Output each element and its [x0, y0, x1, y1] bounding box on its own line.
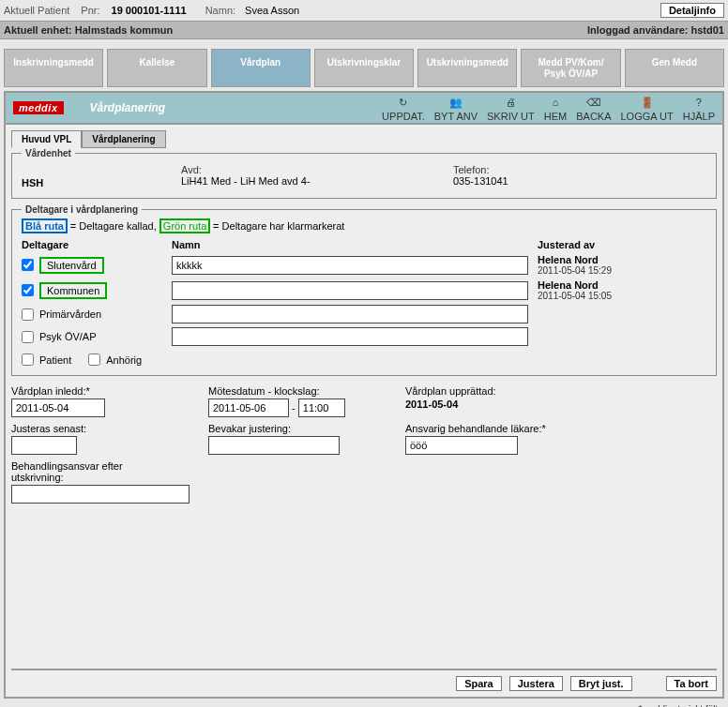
avd-label: Avd:	[181, 164, 453, 175]
main-navigation: InskrivningsmeddKallelseVårdplanUtskrivn…	[0, 39, 728, 91]
telefon-value: 035-131041	[453, 175, 508, 187]
toolbar-skrivut[interactable]: 🖨SKRIV UT	[487, 94, 535, 122]
backa-icon: ⌫	[585, 94, 602, 111]
skrivut-icon: 🖨	[502, 94, 519, 111]
loggaut-icon: 🚪	[639, 94, 656, 111]
deltagare-checkbox-2[interactable]	[22, 308, 34, 321]
vardenhet-fieldset: Vårdenhet HSH Avd: LiH41 Med - LiH Med a…	[11, 148, 717, 199]
inledd-label: Vårdplan inledd:*	[11, 385, 180, 397]
upprattad-value: 2011-05-04	[405, 399, 458, 410]
toolbar: ↻UPPDAT.👥BYT ANV🖨SKRIV UT⌂HEM⌫BACKA🚪LOGG…	[382, 94, 715, 122]
deltagare-namn-input-1[interactable]	[172, 281, 528, 300]
hsh-label: HSH	[22, 177, 43, 188]
deltagare-namn-input-3[interactable]	[172, 327, 528, 346]
pnr-label: Pnr:	[81, 5, 99, 16]
logged-in-user: Inloggad användare: hstd01	[587, 24, 724, 36]
deltagare-checkbox-3[interactable]	[22, 331, 34, 343]
deltagare-namn-input-0[interactable]	[172, 256, 528, 275]
behandling-input[interactable]	[11, 485, 190, 504]
ansvarig-input[interactable]	[405, 436, 518, 455]
motesdatum-time-input[interactable]	[298, 399, 345, 417]
motesdatum-date-input[interactable]	[208, 399, 289, 417]
toolbar-bytanv[interactable]: 👥BYT ANV	[434, 94, 478, 122]
toolbar-hjlp[interactable]: ?HJÄLP	[683, 94, 715, 122]
deltagare-tag-1: Kommunen	[39, 282, 107, 299]
uppdat-icon: ↻	[395, 94, 412, 111]
col-namn: Namn	[172, 239, 528, 250]
aktuell-enhet: Aktuell enhet: Halmstads kommun	[4, 24, 173, 36]
blue-box-tag: Blå ruta	[22, 218, 68, 233]
justerad-av-time-0: 2011-05-04 15:29	[538, 265, 706, 276]
namn-value: Svea Asson	[245, 5, 299, 16]
namn-label: Namn:	[205, 5, 235, 16]
hjlp-icon: ?	[690, 94, 707, 111]
justeras-input[interactable]	[11, 436, 77, 455]
patient-checkbox[interactable]	[22, 354, 34, 366]
justera-button[interactable]: Justera	[509, 676, 563, 691]
inner-tab-0[interactable]: Huvud VPL	[11, 130, 82, 148]
inner-tab-1[interactable]: Vårdplanering	[82, 130, 165, 148]
meddix-logo: meddix	[13, 101, 64, 114]
patient-label: Patient	[39, 354, 71, 366]
deltagare-row-0: Slutenvård	[22, 257, 162, 274]
deltagare-tag-0: Slutenvård	[39, 257, 104, 274]
deltagare-legend: Deltagare i vårdplanering	[22, 204, 142, 215]
nav-tab-6[interactable]: Gen Medd	[625, 49, 724, 87]
blue-bar: meddix Vårdplanering ↻UPPDAT.👥BYT ANV🖨SK…	[4, 91, 724, 123]
motesdatum-label: Mötesdatum - klockslag:	[208, 385, 377, 397]
vardenhet-legend: Vårdenhet	[22, 148, 75, 158]
inledd-input[interactable]	[11, 399, 105, 417]
nav-tab-1[interactable]: Kallelse	[107, 49, 206, 87]
behandling-label: Behandlingsansvar efter utskrivning:	[11, 460, 171, 483]
justerad-av-time-1: 2011-05-04 15:05	[538, 291, 706, 301]
bevakar-input[interactable]	[208, 436, 340, 455]
bytanv-icon: 👥	[447, 94, 464, 111]
spara-button[interactable]: Spara	[456, 676, 502, 691]
anhorig-checkbox[interactable]	[88, 354, 100, 366]
deltagare-row-3: Psyk ÖV/AP	[22, 331, 162, 343]
footer-buttons: Spara Justera Bryt just. Ta bort	[11, 669, 717, 691]
anhorig-label: Anhörig	[106, 354, 142, 366]
justerad-av-name-0: Helena Nord	[538, 254, 706, 265]
deltagare-tag-3: Psyk ÖV/AP	[39, 331, 97, 342]
nav-tab-4[interactable]: Utskrivningsmedd	[417, 49, 517, 87]
toolbar-uppdat[interactable]: ↻UPPDAT.	[382, 94, 425, 122]
nav-tab-3[interactable]: Utskrivningsklar	[314, 49, 414, 87]
unit-row: Aktuell enhet: Halmstads kommun Inloggad…	[0, 21, 728, 39]
hem-icon: ⌂	[547, 94, 564, 111]
bluebar-title: Vårdplanering	[90, 101, 166, 114]
patient-header: Aktuell Patient Pnr: 19 000101-1111 Namn…	[0, 0, 728, 21]
upprattad-label: Vårdplan upprättad:	[405, 385, 574, 397]
justerad-av-name-1: Helena Nord	[538, 279, 706, 291]
obligatorisk-note: * = obligatoriskt fält.	[0, 702, 728, 707]
nav-tab-2[interactable]: Vårdplan	[211, 49, 311, 87]
detaljinfo-button[interactable]: Detaljinfo	[660, 3, 724, 18]
color-legend: Blå ruta = Deltagare kallad, Grön ruta =…	[22, 220, 706, 232]
bevakar-label: Bevakar justering:	[208, 423, 377, 434]
bryt-justering-button[interactable]: Bryt just.	[570, 676, 632, 691]
toolbar-hem[interactable]: ⌂HEM	[544, 94, 567, 122]
nav-tab-0[interactable]: Inskrivningsmedd	[4, 49, 103, 87]
toolbar-backa[interactable]: ⌫BACKA	[576, 94, 611, 122]
pnr-value: 19 000101-1111	[112, 5, 187, 16]
deltagare-row-1: Kommunen	[22, 282, 162, 299]
deltagare-checkbox-0[interactable]	[22, 259, 34, 271]
col-justerad: Justerad av	[538, 239, 706, 250]
toolbar-loggaut[interactable]: 🚪LOGGA UT	[621, 94, 674, 122]
nav-tab-5[interactable]: Medd PV/Kom/Psyk ÖV/AP	[521, 49, 620, 87]
deltagare-tag-2: Primärvården	[39, 308, 101, 320]
deltagare-namn-input-2[interactable]	[172, 305, 528, 323]
deltagare-checkbox-1[interactable]	[22, 284, 34, 296]
deltagare-row-2: Primärvården	[22, 308, 162, 321]
justeras-label: Justeras senast:	[11, 423, 180, 434]
inner-tabs: Huvud VPLVårdplanering	[11, 130, 717, 148]
patient-header-label: Aktuell Patient	[4, 5, 69, 16]
green-box-tag: Grön ruta	[159, 218, 210, 233]
col-deltagare: Deltagare	[22, 239, 162, 250]
deltagare-fieldset: Deltagare i vårdplanering Blå ruta = Del…	[11, 204, 717, 376]
ta-bort-button[interactable]: Ta bort	[666, 676, 717, 691]
avd-value: LiH41 Med - LiH Med avd 4-	[181, 175, 453, 187]
ansvarig-label: Ansvarig behandlande läkare:*	[405, 423, 649, 434]
telefon-label: Telefon:	[453, 164, 508, 175]
